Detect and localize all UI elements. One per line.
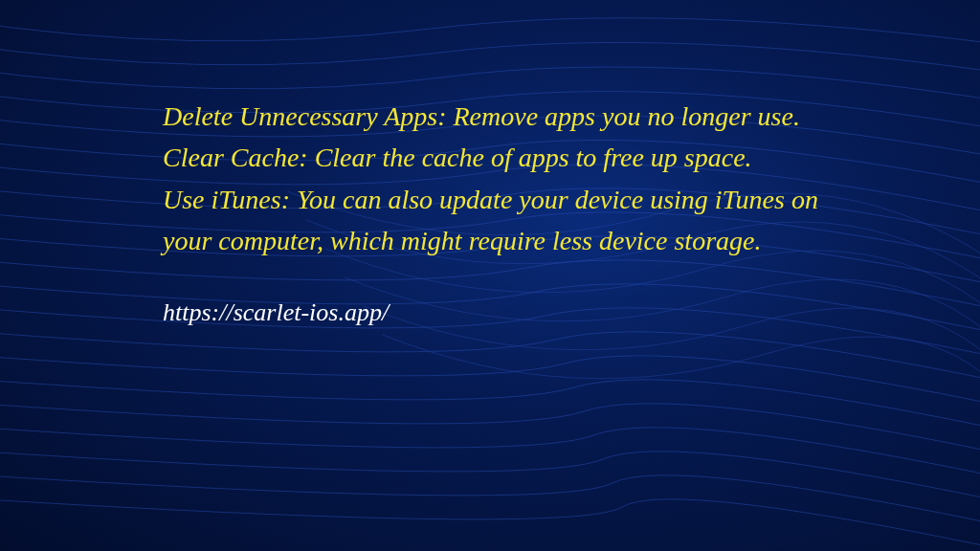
tip-body: Clear the cache of apps to free up space… xyxy=(315,143,752,172)
slide-content: Delete Unnecessary Apps: Remove apps you… xyxy=(0,0,980,327)
source-url: https://scarlet-ios.app/ xyxy=(163,298,827,327)
tip-item: Use iTunes: You can also update your dev… xyxy=(163,179,827,262)
tip-title: Clear Cache: xyxy=(163,143,308,172)
tip-title: Use iTunes: xyxy=(163,185,290,214)
tip-item: Delete Unnecessary Apps: Remove apps you… xyxy=(163,96,827,137)
tip-item: Clear Cache: Clear the cache of apps to … xyxy=(163,137,827,178)
tips-list: Delete Unnecessary Apps: Remove apps you… xyxy=(163,96,827,262)
tip-body: Remove apps you no longer use. xyxy=(454,101,800,131)
tip-title: Delete Unnecessary Apps: xyxy=(163,101,447,131)
